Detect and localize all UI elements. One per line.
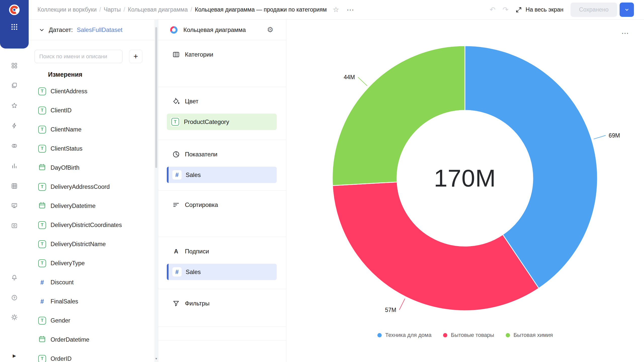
field-name: DeliveryDatetime <box>51 203 96 209</box>
number-type-icon: # <box>172 170 182 179</box>
field-name: ClientName <box>51 126 82 133</box>
settings-gear-icon[interactable] <box>0 311 29 323</box>
redo-icon[interactable]: ↷ <box>503 6 508 14</box>
section-filters[interactable]: Фильтры <box>158 289 286 327</box>
notifications-bell-icon[interactable] <box>0 272 29 284</box>
field-row-deliveryaddresscoord[interactable]: T DeliveryAddressCoord <box>38 177 152 196</box>
field-row-orderdatetime[interactable]: OrderDatetime <box>38 330 152 349</box>
more-menu-icon[interactable]: ⋯ <box>347 5 355 14</box>
color-bucket-icon <box>172 98 180 105</box>
collections-icon[interactable] <box>0 79 29 92</box>
field-name: DeliveryType <box>51 260 85 267</box>
add-field-button[interactable]: + <box>129 50 142 63</box>
workbooks-icon[interactable] <box>0 60 29 72</box>
datasets-icon[interactable] <box>0 180 29 192</box>
chip-label: Sales <box>186 171 201 178</box>
help-icon[interactable]: ? <box>0 292 29 304</box>
section-label: Показатели <box>185 151 217 158</box>
more-services-icon[interactable] <box>0 240 29 252</box>
field-row-deliverydistrictcoordinates[interactable]: T DeliveryDistrictCoordinates <box>38 215 152 235</box>
field-search-input[interactable] <box>34 50 123 63</box>
field-row-deliverytype[interactable]: T DeliveryType <box>38 254 152 273</box>
collapse-rail-icon[interactable]: ▶ <box>0 353 29 358</box>
dashboards-icon[interactable] <box>0 200 29 212</box>
legend-item-appliances[interactable]: Техника для дома <box>377 332 431 338</box>
chart-more-menu-icon[interactable]: ⋯ <box>621 29 629 37</box>
dataset-name-link[interactable]: SalesFullDataset <box>77 26 122 33</box>
donut-slice-1[interactable] <box>333 182 539 311</box>
section-spacer <box>158 327 286 340</box>
legend-label: Бытовые товары <box>451 332 494 338</box>
quick-actions-icon[interactable] <box>0 120 29 132</box>
field-row-clientstatus[interactable]: T ClientStatus <box>38 139 152 158</box>
field-row-dayofbirth[interactable]: DayOfBirth <box>38 158 152 177</box>
topbar: Коллекции и воркбуки / Чарты / Кольцевая… <box>29 0 644 20</box>
field-row-gender[interactable]: T Gender <box>38 311 152 330</box>
chip-label: Sales <box>186 268 201 276</box>
section-label: Сортировка <box>185 201 218 208</box>
undo-icon[interactable]: ↶ <box>490 6 495 14</box>
label-field-chip[interactable]: # Sales <box>167 264 277 280</box>
measure-field-chip[interactable]: # Sales <box>167 167 277 183</box>
field-name: Discount <box>51 279 73 286</box>
charts-icon[interactable] <box>0 160 29 172</box>
slice-value-label-2: 44M <box>344 74 355 80</box>
section-sort[interactable]: Сортировка <box>158 191 286 237</box>
donut-chart-type-icon <box>169 25 178 34</box>
field-row-deliverydatetime[interactable]: DeliveryDatetime <box>38 196 152 215</box>
slice-value-label-1: 57M <box>385 307 396 313</box>
section-measures[interactable]: Показатели # Sales <box>158 140 286 191</box>
field-name: ClientAddress <box>51 88 87 95</box>
string-type-icon: T <box>38 87 46 95</box>
field-row-discount[interactable]: # Discount <box>38 273 152 292</box>
field-row-clientaddress[interactable]: T ClientAddress <box>38 82 152 101</box>
chart-type-label: Кольцевая диаграмма <box>183 26 246 33</box>
section-categories[interactable]: Категории <box>158 40 286 87</box>
breadcrumb-separator: / <box>124 6 125 13</box>
section-color[interactable]: Цвет T ProductCategory <box>158 87 286 140</box>
save-dropdown-button[interactable] <box>620 3 634 17</box>
fullscreen-button[interactable]: На весь экран <box>515 6 564 13</box>
dataset-header[interactable]: Датасет: SalesFullDataset <box>29 20 158 40</box>
chart-settings-gear-icon[interactable]: ⚙ <box>267 26 273 33</box>
number-type-icon: # <box>38 298 46 305</box>
favorite-star-icon[interactable]: ☆ <box>333 6 339 14</box>
field-row-clientname[interactable]: T ClientName <box>38 120 152 139</box>
field-row-clientid[interactable]: T ClientID <box>38 101 152 120</box>
number-type-icon: # <box>172 267 182 277</box>
scrollbar-thumb[interactable] <box>155 27 157 168</box>
legend-item-household-goods[interactable]: Бытовые товары <box>443 332 494 338</box>
apps-grid-icon[interactable] <box>11 23 18 32</box>
field-name: OrderID <box>51 355 72 362</box>
string-type-icon: T <box>38 355 46 362</box>
svg-text:?: ? <box>13 296 15 300</box>
field-row-finalsales[interactable]: # FinalSales <box>38 292 152 311</box>
breadcrumb-donut-chart[interactable]: Кольцевая диаграмма <box>128 6 188 13</box>
field-row-orderid[interactable]: T OrderID <box>38 349 152 362</box>
chevron-down-icon <box>39 27 45 33</box>
field-name: FinalSales <box>51 298 78 305</box>
dataset-label: Датасет: <box>49 26 73 33</box>
field-name: OrderDatetime <box>51 336 89 343</box>
legend-label: Бытовая химия <box>513 332 553 338</box>
chart-type-header[interactable]: Кольцевая диаграмма ⚙ <box>158 20 286 40</box>
breadcrumb-separator: / <box>99 6 101 13</box>
saved-button[interactable]: Сохранено <box>571 3 617 17</box>
favorites-icon[interactable] <box>0 100 29 112</box>
storage-icon[interactable] <box>0 220 29 232</box>
breadcrumb-collections[interactable]: Коллекции и воркбуки <box>37 6 97 13</box>
chip-label: ProductCategory <box>184 118 229 125</box>
scrollbar-track[interactable]: ▾ <box>154 20 158 362</box>
color-field-chip[interactable]: T ProductCategory <box>167 114 277 130</box>
string-type-icon: T <box>38 107 46 114</box>
dataset-panel: Датасет: SalesFullDataset + Измерения T … <box>29 20 158 362</box>
legend-item-household-chemicals[interactable]: Бытовая химия <box>506 332 553 338</box>
field-name: ClientStatus <box>51 145 83 152</box>
datalens-logo[interactable] <box>9 4 20 17</box>
field-row-deliverydistrictname[interactable]: T DeliveryDistrictName <box>38 235 152 254</box>
connections-icon[interactable] <box>0 140 29 152</box>
scroll-down-icon[interactable]: ▾ <box>154 356 158 360</box>
breadcrumb-charts[interactable]: Чарты <box>104 6 120 13</box>
section-labels[interactable]: A Подписи # Sales <box>158 237 286 289</box>
slice-value-label-0: 69M <box>609 132 620 139</box>
